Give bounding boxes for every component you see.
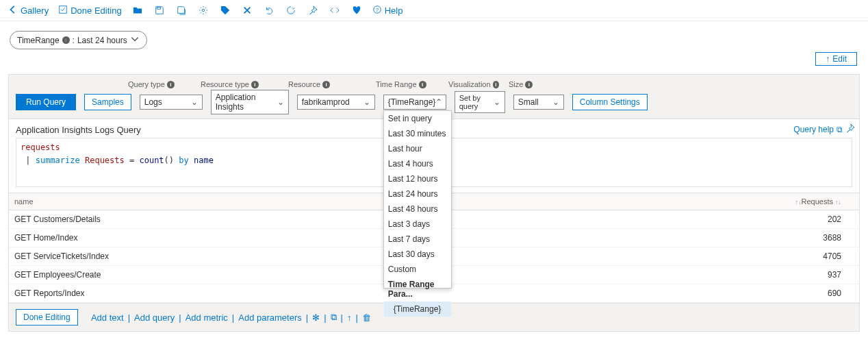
time-range-option[interactable]: Last 30 minutes (384, 126, 451, 141)
info-icon: i (322, 81, 330, 88)
time-range-option[interactable]: Last 24 hours (384, 186, 451, 201)
time-range-option[interactable]: Last 4 hours (384, 156, 451, 171)
time-range-dropdown: Set in query Last 30 minutes Last hour L… (383, 110, 452, 288)
edit-button[interactable]: ↑ Edit (815, 52, 857, 66)
edit-row: ↑ Edit (0, 49, 868, 70)
time-range-option[interactable]: Set in query (384, 111, 451, 126)
pin-icon[interactable] (307, 4, 319, 16)
timerange-pill[interactable]: TimeRange i : Last 24 hours (10, 31, 147, 49)
chevron-down-icon: ⌄ (277, 97, 284, 107)
gear-icon[interactable] (197, 4, 209, 16)
back-arrow-icon (8, 5, 18, 16)
info-icon: i (167, 81, 175, 88)
samples-button[interactable]: Samples (84, 94, 131, 110)
svg-text:?: ? (375, 6, 379, 12)
column-settings-button[interactable]: Column Settings (572, 94, 648, 110)
undo-icon[interactable] (263, 4, 275, 16)
pill-colon: : (73, 36, 75, 45)
redo-icon[interactable] (285, 4, 297, 16)
info-icon: i (62, 36, 70, 44)
cell-requests: 690 (771, 284, 847, 303)
cell-requests: 3688 (771, 229, 847, 247)
cell-requests: 202 (771, 210, 847, 229)
delete-icon[interactable]: 🗑 (362, 312, 371, 323)
run-query-button[interactable]: Run Query (16, 94, 76, 110)
add-metric-link[interactable]: Add metric (186, 312, 228, 323)
add-parameters-link[interactable]: Add parameters (238, 312, 302, 323)
done-editing-link[interactable]: Done Editing (58, 5, 121, 16)
time-range-option-selected[interactable]: {TimeRange} (384, 302, 451, 317)
time-range-option[interactable]: Last 48 hours (384, 201, 451, 217)
move-up-icon[interactable]: ↑ (347, 312, 352, 323)
label-size: Sizei (509, 80, 559, 88)
size-select[interactable]: Small⌄ (513, 95, 564, 110)
scroll-spacer (847, 193, 859, 210)
resource-select[interactable]: fabrikamprod⌄ (297, 95, 375, 110)
visualization-select[interactable]: Set by query⌄ (455, 91, 505, 113)
query-card: Query typei Resource typei Resourcei Tim… (8, 74, 860, 332)
query-pin-icon[interactable] (845, 123, 855, 135)
done-editing-icon (58, 5, 68, 16)
open-icon[interactable] (131, 4, 144, 16)
pill-name: TimeRange (17, 36, 60, 45)
time-range-option[interactable]: Last hour (384, 141, 451, 156)
info-icon: i (525, 81, 533, 88)
label-resource: Resourcei (288, 80, 366, 88)
pill-value: Last 24 hours (77, 36, 127, 45)
external-link-icon: ⧉ (837, 125, 843, 134)
query-help-link[interactable]: Query help⧉ (793, 125, 843, 134)
gallery-link[interactable]: Gallery (8, 5, 49, 16)
info-icon: i (251, 81, 259, 88)
info-icon: i (493, 81, 499, 88)
controls-row: Run Query Samples Logs⌄ Application Insi… (16, 90, 852, 114)
heart-icon[interactable] (350, 4, 363, 16)
chevron-down-icon: ⌄ (552, 97, 559, 107)
label-time-range: Time Rangei (376, 80, 439, 88)
svg-point-1 (202, 9, 205, 12)
chevron-down-icon: ⌄ (191, 97, 198, 107)
card-header: Query typei Resource typei Resourcei Tim… (9, 75, 859, 119)
resource-type-select[interactable]: Application Insights⌄ (211, 90, 289, 114)
sort-icon: ↑↓ (795, 199, 802, 206)
add-text-link[interactable]: Add text (91, 312, 124, 323)
chevron-down-icon (130, 34, 140, 46)
copy-icon[interactable]: ⧉ (331, 312, 337, 323)
info-icon: i (419, 81, 426, 88)
help-icon: ? (372, 5, 382, 16)
tag-icon[interactable] (219, 4, 231, 16)
time-range-option[interactable]: Last 30 days (384, 247, 451, 262)
time-range-option[interactable]: Last 12 hours (384, 171, 451, 186)
chevron-down-icon: ⌄ (363, 97, 370, 107)
settings-icon[interactable]: ✻ (312, 312, 320, 323)
time-range-select[interactable]: {TimeRange}⌃ Set in query Last 30 minute… (383, 95, 446, 110)
edit-label: Edit (832, 54, 847, 64)
chevron-down-icon: ⌄ (494, 97, 500, 107)
query-type-select[interactable]: Logs⌄ (140, 95, 203, 110)
column-requests[interactable]: ↑↓Requests↑↓ (771, 193, 847, 210)
control-labels: Query typei Resource typei Resourcei Tim… (16, 80, 852, 88)
sort-icon: ↑↓ (835, 199, 841, 206)
save-as-icon[interactable] (175, 4, 188, 16)
time-range-option-header: Time Range Para... (384, 277, 451, 302)
label-query-type: Query typei (128, 80, 191, 88)
time-range-option[interactable]: Last 3 days (384, 217, 451, 232)
add-query-link[interactable]: Add query (134, 312, 175, 323)
up-arrow-icon: ↑ (826, 54, 830, 64)
label-resource-type: Resource typei (201, 80, 279, 88)
cell-requests: 4705 (771, 247, 847, 266)
chevron-up-icon: ⌃ (435, 97, 442, 107)
done-editing-button[interactable]: Done Editing (16, 309, 78, 325)
time-range-option[interactable]: Last 7 days (384, 232, 451, 247)
time-range-option[interactable]: Custom (384, 262, 451, 277)
gallery-label: Gallery (21, 5, 49, 16)
label-visualization: Visualizationi (448, 80, 499, 88)
top-toolbar: Gallery Done Editing ? Help (0, 0, 868, 21)
done-editing-label: Done Editing (71, 5, 121, 16)
cell-requests: 937 (771, 266, 847, 284)
code-icon[interactable] (329, 4, 341, 16)
help-link[interactable]: ? Help (372, 5, 403, 16)
help-label: Help (385, 5, 403, 16)
save-icon[interactable] (153, 4, 166, 16)
close-icon[interactable] (241, 4, 253, 16)
